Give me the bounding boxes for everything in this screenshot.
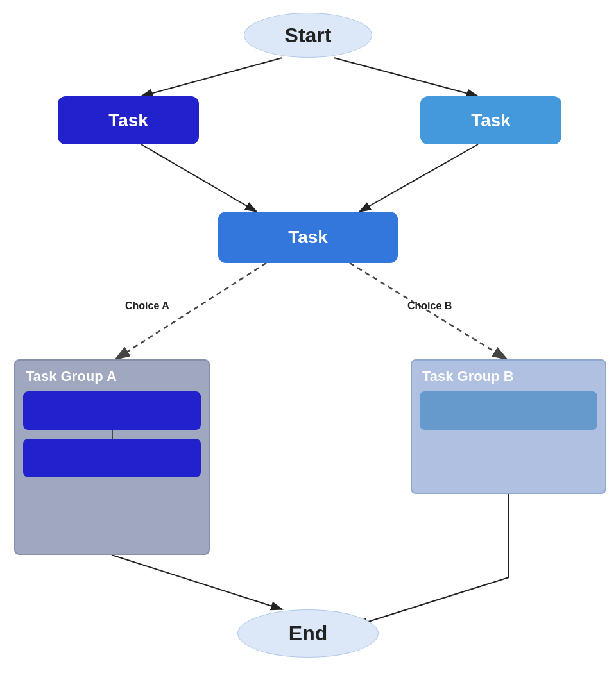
end-node: End xyxy=(237,609,379,658)
group-b-task-1 xyxy=(420,391,597,430)
choice-a-label: Choice A xyxy=(125,300,169,312)
svg-line-3 xyxy=(334,58,478,96)
group-a-task-2 xyxy=(23,439,201,477)
svg-line-4 xyxy=(141,144,257,212)
end-label: End xyxy=(289,622,327,645)
choice-b-label: Choice B xyxy=(407,300,452,312)
task-left-node: Task xyxy=(58,96,199,144)
workflow-diagram: Start Task Task Task Choice A Choice B T… xyxy=(0,0,616,689)
task-right-node: Task xyxy=(420,96,561,144)
svg-line-5 xyxy=(359,144,478,212)
group-a-task-1 xyxy=(23,391,201,430)
group-a-divider-1 xyxy=(112,430,113,439)
svg-line-11 xyxy=(112,555,282,609)
group-a-title: Task Group A xyxy=(21,366,203,389)
svg-line-2 xyxy=(141,58,282,96)
task-center-label: Task xyxy=(288,227,328,248)
task-group-b: Task Group B xyxy=(411,359,606,494)
task-right-label: Task xyxy=(471,110,511,131)
svg-line-13 xyxy=(356,577,509,625)
start-label: Start xyxy=(285,24,332,47)
task-center-node: Task xyxy=(218,212,398,263)
group-b-title: Task Group B xyxy=(417,366,600,389)
task-group-a: Task Group A xyxy=(14,359,210,555)
task-left-label: Task xyxy=(108,110,148,131)
start-node: Start xyxy=(244,13,372,58)
